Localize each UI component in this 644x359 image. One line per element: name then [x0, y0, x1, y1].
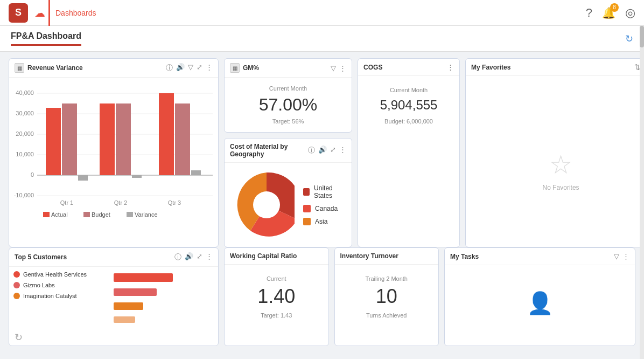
pie-legend: United States Canada Asia	[303, 184, 347, 225]
app-logo[interactable]: S	[9, 3, 28, 23]
customers-legend: Gentiva Health Services Gizmo Labs Imagi…	[13, 271, 114, 325]
customers-audio-icon[interactable]: 🔊	[185, 252, 193, 262]
gm-header: ▦ GM% ▽ ⋮	[225, 59, 352, 78]
my-tasks-header: My Tasks ▽ ⋮	[445, 248, 635, 265]
gm-actions: ▽ ⋮	[331, 64, 346, 72]
scrollbar-track[interactable]	[640, 26, 644, 359]
gizmo-dot	[13, 282, 20, 288]
target-icon[interactable]: ◎	[625, 6, 635, 20]
bar-qtr2-variance	[132, 175, 142, 178]
asia-dot	[303, 218, 311, 225]
cogs-budget: Budget: 6,000,000	[366, 118, 452, 125]
notification-icon[interactable]: 🔔 8	[602, 6, 615, 19]
cogs-more-icon[interactable]: ⋮	[447, 63, 454, 71]
svg-text:Actual: Actual	[51, 211, 68, 218]
help-icon[interactable]: ?	[586, 6, 592, 20]
customers-expand-icon[interactable]: ⤢	[197, 252, 202, 262]
svg-text:Qtr 3: Qtr 3	[168, 199, 181, 206]
my-tasks-card: My Tasks ▽ ⋮ 👤	[444, 247, 635, 346]
cost-audio-icon[interactable]: 🔊	[318, 146, 327, 155]
expand-icon[interactable]: ⤢	[197, 63, 202, 73]
us-label: United States	[314, 184, 347, 199]
loading-indicator: ↻	[9, 329, 218, 346]
bar-qtr1-variance	[78, 175, 88, 181]
info-icon[interactable]: ⓘ	[166, 63, 173, 73]
top-row: ▦ Revenue Variance ⓘ 🔊 ▽ ⤢ ⋮ 40,000 30,0…	[9, 58, 635, 247]
svg-text:10,000: 10,000	[16, 151, 34, 157]
pie-chart-svg	[229, 167, 295, 243]
customer-gizmo: Gizmo Labs	[13, 282, 114, 288]
tasks-filter-icon[interactable]: ▽	[614, 252, 619, 260]
inventory-value: 10	[342, 285, 431, 308]
no-favorites-label: No Favorites	[543, 184, 579, 191]
gm-chart-icon: ▦	[230, 63, 240, 73]
cost-info-icon[interactable]: ⓘ	[308, 146, 315, 155]
cost-material-actions: ⓘ 🔊 ⤢ ⋮	[308, 146, 346, 155]
top5-customers-actions: ⓘ 🔊 ⤢ ⋮	[174, 252, 213, 262]
revenue-variance-actions: ⓘ 🔊 ▽ ⤢ ⋮	[166, 63, 213, 73]
chart-icon: ▦	[15, 63, 24, 73]
gm-period: Current Month	[232, 85, 344, 92]
navbar-right: ? 🔔 8 ◎	[586, 6, 635, 20]
top5-customers-card: Top 5 Customers ⓘ 🔊 ⤢ ⋮ Gentiva Health S…	[9, 247, 219, 346]
top5-customers-header: Top 5 Customers ⓘ 🔊 ⤢ ⋮	[9, 248, 218, 267]
bar-qtr3-variance	[191, 170, 201, 175]
audio-icon[interactable]: 🔊	[176, 63, 185, 73]
filter-icon[interactable]: ▽	[188, 63, 193, 73]
spinner-icon: ↻	[15, 332, 23, 343]
top5-customers-body: Gentiva Health Services Gizmo Labs Imagi…	[9, 267, 218, 329]
refresh-button[interactable]: ↻	[625, 33, 633, 45]
customers-more-icon[interactable]: ⋮	[206, 252, 213, 262]
customers-info-icon[interactable]: ⓘ	[174, 252, 181, 262]
cost-material-body: United States Canada Asia	[225, 163, 352, 247]
legend-canada: Canada	[303, 205, 347, 212]
gm-more-icon[interactable]: ⋮	[339, 64, 346, 72]
inventory-period: Trailing 2 Month	[342, 275, 431, 282]
star-icon: ☆	[549, 149, 572, 180]
bar-qtr2-actual	[100, 103, 115, 175]
svg-text:0: 0	[31, 171, 34, 178]
working-capital-header: Working Capital Ratio	[225, 248, 328, 265]
us-dot	[303, 188, 310, 196]
cogs-actions: ⋮	[447, 63, 454, 71]
cogs-period: Current Month	[366, 87, 452, 93]
gentiva-bar	[114, 273, 173, 282]
legend-us: United States	[303, 184, 347, 199]
svg-text:40,000: 40,000	[16, 89, 34, 96]
page-title: FP&A Dashboard	[11, 31, 81, 46]
scrollbar-thumb[interactable]	[640, 26, 644, 47]
svg-text:Qtr 2: Qtr 2	[114, 199, 127, 206]
inventory-turnover-title: Inventory Turnover	[340, 252, 433, 260]
bar-gentiva	[114, 273, 214, 282]
svg-rect-16	[43, 212, 50, 217]
top5-customers-title: Top 5 Customers	[15, 253, 171, 261]
more-icon[interactable]: ⋮	[206, 63, 213, 73]
customer-gentiva: Gentiva Health Services	[13, 271, 114, 278]
svg-text:Budget: Budget	[92, 211, 110, 218]
bar-imagination	[114, 302, 214, 310]
customers-bars	[114, 271, 214, 325]
gm-filter-icon[interactable]: ▽	[331, 64, 336, 72]
svg-text:Qtr 1: Qtr 1	[60, 199, 73, 206]
gm-title: GM%	[243, 64, 327, 72]
other1-bar	[114, 316, 135, 323]
working-capital-body: Current 1.40 Target: 1.43	[225, 265, 328, 326]
canada-label: Canada	[315, 205, 338, 212]
navbar: S ☁ Dashboards ? 🔔 8 ◎	[0, 0, 644, 26]
svg-text:20,000: 20,000	[16, 130, 34, 137]
my-tasks-actions: ▽ ⋮	[614, 252, 629, 260]
bottom-row: Top 5 Customers ⓘ 🔊 ⤢ ⋮ Gentiva Health S…	[9, 247, 635, 346]
svg-rect-18	[83, 212, 90, 217]
cost-material-title: Cost of Material by Geography	[230, 143, 305, 158]
imagination-label: Imagination Catalyst	[23, 293, 77, 299]
tasks-more-icon[interactable]: ⋮	[622, 252, 629, 260]
gm-card: ▦ GM% ▽ ⋮ Current Month 57.00% Target: 5…	[224, 58, 352, 133]
bar-qtr1-actual	[46, 108, 61, 175]
cost-expand-icon[interactable]: ⤢	[330, 146, 336, 155]
bar-qtr1-budget	[62, 103, 77, 175]
cost-more-icon[interactable]: ⋮	[339, 146, 346, 155]
inventory-target: Turns Achieved	[342, 312, 431, 319]
bar-qtr3-budget	[175, 103, 190, 175]
nav-dashboards-label[interactable]: Dashboards	[48, 0, 96, 26]
gentiva-dot	[13, 271, 20, 278]
